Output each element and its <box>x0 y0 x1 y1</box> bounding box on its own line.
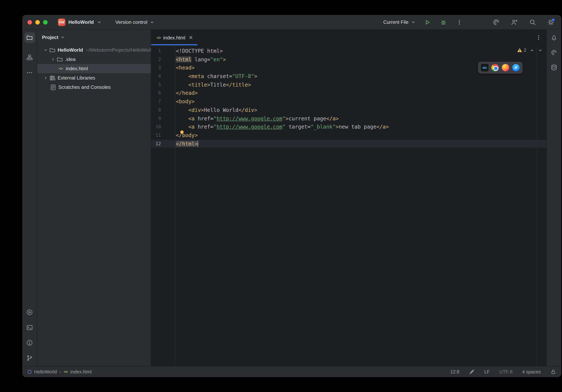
run-button[interactable] <box>423 18 432 27</box>
html-file-icon: <> <box>156 35 161 40</box>
webstorm-builtin-preview-icon[interactable]: WS <box>481 64 488 71</box>
desktop: HW HelloWorld Version control Current Fi… <box>0 0 562 392</box>
code-line-9[interactable]: 9 <a href="http://www.google.com">curren… <box>151 114 546 123</box>
breadcrumb-separator-icon: › <box>59 369 61 374</box>
ai-assistant-icon[interactable] <box>492 18 501 27</box>
tree-item-index-html[interactable]: <>index.html <box>37 64 151 73</box>
line-number: 11 <box>151 131 175 139</box>
breadcrumb-file[interactable]: index.html <box>70 369 92 374</box>
code-editor[interactable]: 1<!DOCTYPE html>2<html lang="en">3<head>… <box>151 46 546 366</box>
warnings-indicator[interactable]: 2 <box>517 47 526 53</box>
line-number: 2 <box>151 55 175 64</box>
line-number: 5 <box>151 81 175 89</box>
chevron-right-icon[interactable] <box>50 57 57 61</box>
chrome-browser-icon[interactable] <box>491 64 499 71</box>
code-line-1[interactable]: 1<!DOCTYPE html> <box>151 47 546 55</box>
chevron-right-icon[interactable] <box>42 76 49 80</box>
close-tab-icon[interactable]: ✕ <box>189 35 193 40</box>
editor-area: <> index.html ✕ 1<!DOCTYPE html>2<html l… <box>151 30 546 366</box>
tree-item-scratches-and-consoles[interactable]: Scratches and Consoles <box>37 82 151 92</box>
debug-button[interactable] <box>439 18 448 27</box>
project-tree: HelloWorld~/WebstormProjects/HelloWorld.… <box>37 45 151 92</box>
write-access-unlock-icon[interactable] <box>550 369 556 375</box>
chevron-down-icon <box>97 20 102 25</box>
html-file-icon: <> <box>64 369 68 374</box>
line-separator-selector[interactable]: LF <box>484 369 490 374</box>
more-tool-windows-icon[interactable] <box>24 67 35 78</box>
code-text: <a href="http://www.google.com">current … <box>175 114 339 123</box>
previous-problem-chevron-up-icon[interactable] <box>530 48 535 53</box>
folder-icon <box>57 56 63 62</box>
tree-item-label: .idea <box>65 57 75 62</box>
code-line-7[interactable]: 7<body> <box>151 97 546 106</box>
code-text: <body> <box>175 97 195 106</box>
yellow-indicator-dot[interactable] <box>180 130 184 134</box>
editor-options-kebab-icon[interactable] <box>536 35 541 41</box>
project-tool-window-button[interactable] <box>24 32 35 43</box>
next-problem-chevron-down-icon[interactable] <box>538 48 543 53</box>
indent-selector[interactable]: 4 spaces <box>522 369 541 374</box>
settings-gear-icon[interactable] <box>546 18 555 27</box>
breadcrumb: HelloWorld › <> index.html <box>27 369 92 374</box>
database-tool-window-button[interactable] <box>549 62 559 72</box>
code-line-11[interactable]: 11</body> <box>151 131 546 139</box>
chevron-down-icon <box>150 20 155 25</box>
tree-item--idea[interactable]: .idea <box>37 55 151 64</box>
code-with-me-add-user-icon[interactable] <box>510 18 519 27</box>
tree-item-external-libraries[interactable]: External Libraries <box>37 73 151 82</box>
run-tool-window-button[interactable] <box>24 307 35 317</box>
minimize-window-button[interactable] <box>35 20 40 24</box>
chevron-down-icon <box>60 35 65 40</box>
search-everywhere-icon[interactable] <box>528 18 537 27</box>
encoding-selector[interactable]: UTF-8 <box>499 369 513 374</box>
tree-item-path-hint: ~/WebstormProjects/HelloWorld <box>86 47 151 53</box>
status-bar: HelloWorld › <> index.html 12:8 LF UTF-8… <box>22 366 561 377</box>
line-number: 4 <box>151 72 175 81</box>
chevron-down-icon[interactable] <box>42 48 49 52</box>
project-badge-icon: HW <box>58 18 65 26</box>
tree-item-helloworld[interactable]: HelloWorld~/WebstormProjects/HelloWorld <box>37 45 151 55</box>
editor-tab-bar: <> index.html ✕ <box>151 30 546 46</box>
inspections-off-icon[interactable] <box>469 369 475 375</box>
zoom-window-button[interactable] <box>43 20 47 24</box>
code-line-6[interactable]: 6</head> <box>151 89 546 97</box>
text-caret <box>198 141 198 147</box>
breadcrumb-project[interactable]: HelloWorld <box>34 369 57 374</box>
terminal-tool-window-button[interactable] <box>24 322 35 333</box>
structure-tool-window-button[interactable] <box>24 52 35 62</box>
code-line-8[interactable]: 8 <div>Hello World</div> <box>151 106 546 114</box>
tab-index-html[interactable]: <> index.html ✕ <box>151 30 197 45</box>
line-number: 3 <box>151 64 175 72</box>
run-configuration-label: Current File <box>383 19 409 25</box>
project-panel-header[interactable]: Project <box>37 30 151 45</box>
run-configuration-selector[interactable]: Current File <box>383 19 416 25</box>
code-line-5[interactable]: 5 <title>Title</title> <box>151 81 546 89</box>
version-control-widget[interactable]: Version control <box>116 19 155 25</box>
code-text: <!DOCTYPE html> <box>175 47 223 55</box>
code-text: </html> <box>175 139 198 148</box>
code-line-10[interactable]: 10 <a href="http://www.google.com" targe… <box>151 123 546 131</box>
code-text: <html lang="en"> <box>175 55 226 64</box>
more-actions-kebab-icon[interactable] <box>455 18 464 27</box>
warning-count: 2 <box>524 47 526 53</box>
ide-window: HW HelloWorld Version control Current Fi… <box>22 15 561 377</box>
caret-position[interactable]: 12:8 <box>450 369 459 374</box>
safari-browser-icon[interactable] <box>512 64 520 71</box>
project-widget[interactable]: HW HelloWorld <box>58 18 102 26</box>
firefox-browser-icon[interactable] <box>502 64 509 71</box>
notifications-bell-icon[interactable] <box>549 32 559 43</box>
tree-item-label: Scratches and Consoles <box>58 84 111 90</box>
tab-label: index.html <box>163 35 186 40</box>
code-text: <head> <box>175 64 195 72</box>
tree-item-label: HelloWorld <box>58 47 83 53</box>
problems-tool-window-button[interactable] <box>24 337 35 348</box>
version-control-tool-window-button[interactable] <box>24 353 35 363</box>
ai-assistant-tool-window-button[interactable] <box>549 47 559 58</box>
scratches-icon <box>50 84 57 90</box>
html-icon: <> <box>57 66 64 71</box>
code-line-12[interactable]: 12</html> <box>151 139 546 148</box>
close-window-button[interactable] <box>27 20 32 24</box>
right-tool-strip <box>546 30 561 366</box>
project-panel: Project HelloWorld~/WebstormProjects/Hel… <box>37 30 151 366</box>
line-number: 12 <box>151 139 175 148</box>
